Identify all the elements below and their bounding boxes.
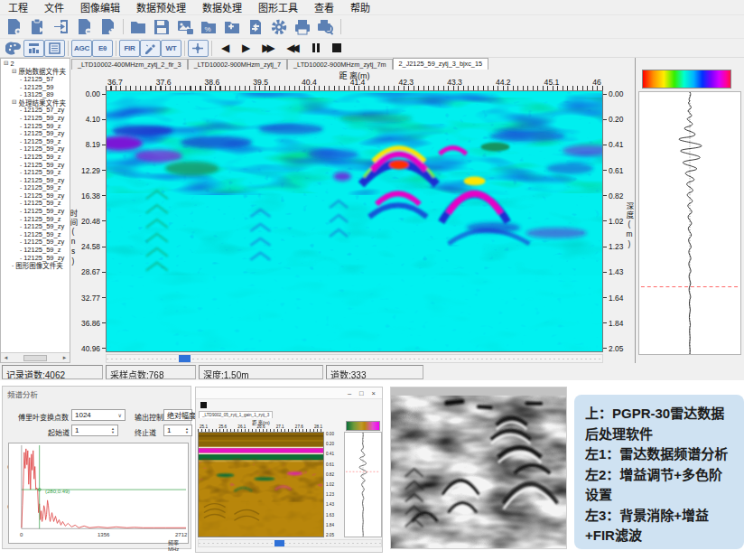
tree-expand-icon[interactable]: - (20, 154, 22, 160)
menu-item[interactable]: 帮助 (342, 0, 378, 15)
save-image-icon[interactable] (173, 17, 197, 37)
delete-file-icon[interactable] (97, 17, 120, 37)
menu-item[interactable]: 数据预处理 (128, 0, 194, 15)
tree-expand-icon[interactable]: - (20, 138, 22, 145)
tree-expand-icon[interactable]: - (20, 192, 22, 199)
brush-edit-icon[interactable] (140, 40, 161, 57)
tree-item[interactable]: - 12125_59_z (1, 122, 70, 130)
maximize-button[interactable]: □ (359, 389, 364, 397)
spinner-arrows-icon[interactable]: ▲▼ (111, 427, 115, 434)
fast-forward-icon[interactable]: ▶▶ (256, 40, 277, 57)
tree-expand-icon[interactable]: ⊟ (4, 60, 8, 67)
pause-icon[interactable] (305, 40, 326, 57)
radar-image-multicolor[interactable] (198, 432, 324, 537)
agc-gain-button[interactable]: AGC (71, 40, 92, 57)
tree-item[interactable]: - 12125_59_z (1, 168, 70, 176)
tree-item[interactable]: - 12125_59_zy (1, 176, 70, 184)
wavelet-transform-button[interactable]: WT (161, 40, 181, 57)
radar-profile-image[interactable] (106, 90, 603, 352)
play-backward-icon[interactable]: ◀ (215, 40, 236, 57)
document-tab[interactable]: _LTD10002-900MHzm_zytj_7 (188, 59, 287, 70)
remove-file-icon[interactable] (73, 17, 97, 37)
tree-item[interactable]: - 12125_57 (1, 75, 70, 83)
tree-expand-icon[interactable]: - (20, 208, 22, 214)
tree-h-scrollbar[interactable]: ◂ ▸ (1, 352, 70, 362)
scroll-right-icon[interactable]: ▸ (60, 354, 70, 361)
tree-expand-icon[interactable]: - (20, 145, 22, 152)
tree-expand-icon[interactable]: - (20, 184, 22, 191)
tree-expand-icon[interactable]: - (20, 247, 22, 253)
open-folder-icon[interactable] (126, 17, 150, 37)
tree-item[interactable]: - 12125_59_zy (1, 161, 70, 169)
tree-item[interactable]: - 12125_59_zy (1, 222, 70, 230)
tree-expand-icon[interactable]: ⊟ (12, 98, 16, 106)
menu-item[interactable]: 查看 (306, 0, 342, 15)
menu-item[interactable]: 数据处理 (194, 0, 250, 15)
tree-expand-icon[interactable]: - (20, 115, 22, 121)
import-icon[interactable] (50, 17, 73, 37)
tree-expand-icon[interactable]: - (20, 216, 22, 222)
tree-item[interactable]: ⊟ 处理结果文件夹 (1, 98, 70, 107)
black-square-icon[interactable] (200, 402, 207, 408)
tree-expand-icon[interactable]: - (20, 76, 22, 82)
tree-expand-icon[interactable]: - (20, 169, 22, 175)
print-icon[interactable] (291, 17, 314, 37)
scrollbar-thumb[interactable] (274, 540, 284, 546)
print-preview-icon[interactable] (314, 17, 338, 37)
tree-expand-icon[interactable]: - (20, 200, 22, 206)
tree-item[interactable]: - 12125_59_z (1, 230, 70, 238)
fir-filter-button[interactable]: FIR (119, 40, 140, 57)
tree-item[interactable]: ⊟ 原始数据文件夹 (1, 68, 70, 76)
paste-icon[interactable] (26, 17, 50, 37)
start-trace-spinner[interactable]: 1 ▲▼ (71, 425, 118, 436)
tree-item[interactable]: - 12125_59_z (1, 184, 70, 192)
new-file-icon[interactable] (3, 17, 26, 37)
output-mode-field[interactable]: 绝对幅度谱 (163, 409, 192, 421)
tree-expand-icon[interactable]: - (12, 262, 14, 268)
tree-item[interactable]: - 12125_59_z (1, 137, 70, 145)
tree-expand-icon[interactable]: - (20, 231, 22, 238)
tree-item[interactable]: - 12125_57_zy (1, 107, 70, 115)
close-button[interactable]: × (372, 389, 376, 397)
play-forward-icon[interactable]: ▶ (236, 40, 256, 57)
data-list-icon[interactable] (44, 40, 65, 57)
stop-icon[interactable] (326, 40, 347, 57)
tree-item[interactable]: - 12125_59_z (1, 200, 70, 208)
menu-item[interactable]: 图像编辑 (72, 0, 128, 15)
tree-item[interactable]: - 12125_59 (1, 83, 70, 91)
document-tab[interactable]: _LTD10002-900MHzm_zytj_7m (287, 59, 392, 70)
document-tab[interactable]: _LTD9002_05_zytj_1_gain_1_zytj_3 (199, 411, 273, 418)
tree-item[interactable]: - 12125_59_zy (1, 238, 70, 247)
tree-item[interactable]: - 12125_59_zy (1, 145, 70, 154)
energy-decay-button[interactable]: Eθ (92, 40, 113, 57)
tree-expand-icon[interactable]: - (20, 162, 22, 168)
palette-icon[interactable] (3, 40, 23, 57)
tree-expand-icon[interactable]: - (20, 130, 22, 136)
scrollbar-thumb[interactable] (23, 355, 47, 361)
single-trace-plot[interactable] (638, 91, 741, 355)
tree-item[interactable]: - 12125_59_z (1, 153, 70, 161)
profile-h-scrollbar[interactable] (198, 539, 382, 547)
tree-item[interactable]: - 12125_59_zy (1, 207, 70, 215)
rewind-icon[interactable]: ◀◀ (281, 40, 302, 57)
menu-item[interactable]: 工程 (0, 0, 36, 15)
tree-item[interactable]: - 12125_59_zy (1, 129, 70, 137)
tree-expand-icon[interactable]: - (20, 123, 22, 129)
settings-gear-icon[interactable] (267, 17, 291, 37)
add-folder-icon[interactable] (220, 17, 244, 37)
menu-item[interactable]: 文件 (36, 0, 72, 15)
tree-expand-icon[interactable]: - (20, 84, 22, 90)
single-trace-plot[interactable] (344, 432, 382, 537)
tree-expand-icon[interactable]: - (20, 107, 22, 113)
document-tab[interactable]: _LTD10002-400MHzm_zytj_2_fir_3 (71, 59, 188, 70)
profile-h-scrollbar[interactable] (106, 354, 603, 363)
tree-expand-icon[interactable]: - (20, 223, 22, 229)
scrollbar-thumb[interactable] (179, 355, 191, 362)
tree-item[interactable]: - 图形图像文件夹 (1, 261, 70, 269)
tree-item[interactable]: - 12125_59_z (1, 246, 70, 254)
minimize-button[interactable]: – (348, 389, 351, 397)
cut-folder-icon[interactable]: % (197, 17, 220, 37)
scroll-left-icon[interactable]: ◂ (1, 354, 11, 361)
wiggle-chart-icon[interactable] (23, 40, 44, 57)
tree-expand-icon[interactable]: ⊟ (12, 68, 16, 75)
